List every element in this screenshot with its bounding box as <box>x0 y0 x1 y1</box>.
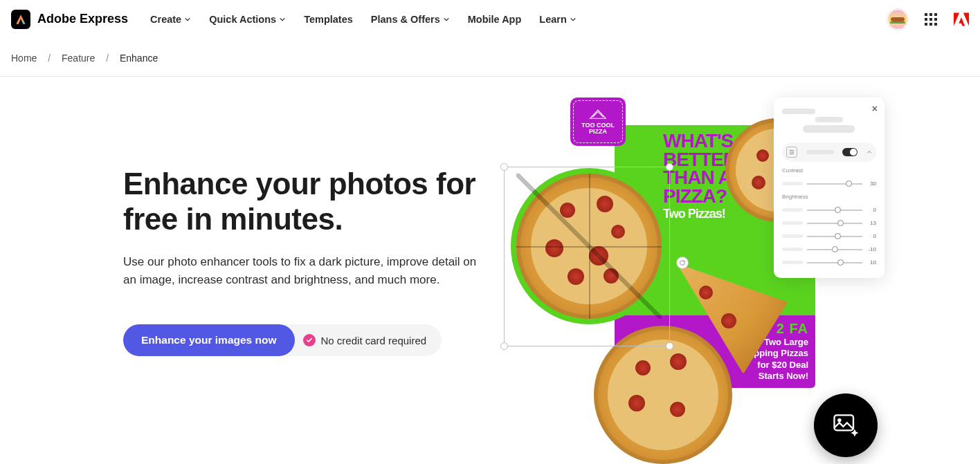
adjustments-toggle-row[interactable] <box>782 142 876 162</box>
slider-track[interactable] <box>807 249 862 250</box>
app-switcher-icon[interactable] <box>925 13 937 26</box>
slider-row[interactable]: 13 <box>782 220 876 226</box>
chevron-up-icon <box>866 149 872 155</box>
slider-track[interactable] <box>807 210 862 211</box>
adobe-express-logo-icon <box>11 10 30 29</box>
slider-row[interactable]: 10 <box>782 259 876 266</box>
slider-thumb-icon[interactable] <box>837 259 844 266</box>
pizza-stamp-badge: TOO COOLPIZZA <box>570 98 626 146</box>
slider-row[interactable]: 0 <box>782 233 876 239</box>
adobe-logo-icon[interactable] <box>954 12 969 26</box>
top-nav: Adobe Express Create Quick Actions Templ… <box>0 0 980 39</box>
slider-row[interactable]: 30 <box>782 180 876 187</box>
brightness-label: Brightness <box>782 194 876 200</box>
chevron-down-icon <box>184 16 191 23</box>
nav-templates[interactable]: Templates <box>304 14 353 25</box>
toggle-switch[interactable] <box>842 148 858 156</box>
resize-handle-icon[interactable] <box>500 163 508 171</box>
slider-value: 10 <box>866 259 876 266</box>
svg-rect-0 <box>835 415 854 430</box>
nav-mobile-app[interactable]: Mobile App <box>468 14 522 25</box>
breadcrumb-home[interactable]: Home <box>11 53 37 64</box>
enhance-fab-button[interactable] <box>814 393 878 457</box>
slider-value: 0 <box>866 207 876 213</box>
nav-quick-actions[interactable]: Quick Actions <box>209 14 286 25</box>
slider-track[interactable] <box>807 183 862 185</box>
breadcrumb-feature[interactable]: Feature <box>62 53 95 64</box>
hero-section: Enhance your photos for free in minutes.… <box>0 77 980 464</box>
slider-value: 0 <box>866 233 876 239</box>
nav-create[interactable]: Create <box>150 14 191 25</box>
slider-thumb-icon[interactable] <box>835 233 841 239</box>
hero-subtitle: Use our photo enhancer tools to fix a da… <box>123 253 483 288</box>
slider-thumb-icon[interactable] <box>837 220 844 226</box>
slider-thumb-icon[interactable] <box>832 246 838 252</box>
chevron-down-icon <box>570 16 577 23</box>
slider-row[interactable]: 0 <box>782 207 876 213</box>
resize-handle-icon[interactable] <box>500 342 508 350</box>
slider-track[interactable] <box>807 236 862 237</box>
hero-illustration: WHAT'S BETTER THAN A PIZZA?Two Pizzas! 2… <box>511 91 884 450</box>
close-icon[interactable]: × <box>872 103 878 114</box>
slider-thumb-icon[interactable] <box>835 207 841 213</box>
slider-value: -10 <box>866 246 876 252</box>
slider-track[interactable] <box>807 262 862 263</box>
brand-name: Adobe Express <box>37 12 128 26</box>
contrast-label: Contrast <box>782 167 876 174</box>
svg-point-1 <box>837 418 842 423</box>
breadcrumb-current: Enhance <box>120 53 158 64</box>
nav-learn[interactable]: Learn <box>539 14 577 25</box>
slider-value: 30 <box>866 180 876 187</box>
nav-plans[interactable]: Plans & Offers <box>371 14 450 25</box>
user-avatar[interactable] <box>887 9 908 30</box>
breadcrumb: Home / Feature / Enhance <box>0 39 980 77</box>
enhance-images-button[interactable]: Enhance your images now <box>123 324 295 356</box>
hero-title: Enhance your photos for free in minutes. <box>123 167 497 236</box>
primary-nav: Create Quick Actions Templates Plans & O… <box>150 14 577 25</box>
adjustments-panel: × Contrast 30Brightness0130-1010 <box>774 98 884 278</box>
slider-value: 13 <box>866 220 876 226</box>
cta-note: No credit card required <box>270 324 442 356</box>
pizza-image-main <box>516 174 662 319</box>
slider-thumb-icon[interactable] <box>846 180 852 187</box>
chevron-down-icon <box>279 16 286 23</box>
brand-logo[interactable]: Adobe Express <box>11 10 128 29</box>
slider-row[interactable]: -10 <box>782 246 876 252</box>
image-sparkle-icon <box>831 410 861 440</box>
pizza-image-bottom <box>594 326 732 464</box>
slider-track[interactable] <box>807 223 862 224</box>
sliders-icon <box>786 147 797 158</box>
chevron-down-icon <box>443 16 450 23</box>
check-circle-icon <box>303 334 316 346</box>
